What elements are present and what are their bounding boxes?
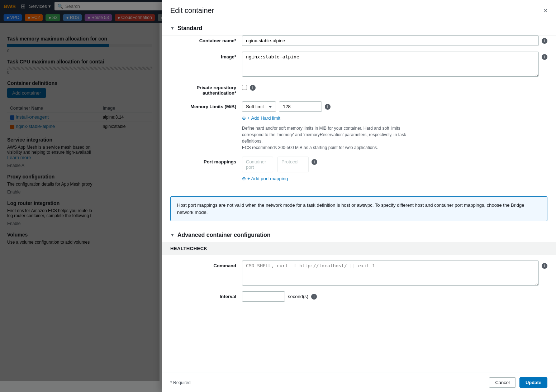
- port-inputs: Container port Protocol: [242, 157, 309, 172]
- container-name-info-icon[interactable]: i: [542, 38, 547, 44]
- port-mappings-info-icon[interactable]: i: [312, 159, 317, 165]
- port-mappings-row: Port mappings Container port Protocol i …: [170, 157, 547, 181]
- container-name-row: Container name* i: [170, 35, 547, 46]
- modal-title: Edit container: [170, 6, 214, 15]
- memory-select-wrap: Soft limit Hard limit: [242, 101, 322, 112]
- interval-label: Interval: [170, 291, 242, 299]
- advanced-section-header[interactable]: ▼ Advanced container configuration: [162, 227, 556, 242]
- image-info-icon[interactable]: i: [542, 54, 547, 60]
- modal-header: Edit container ×: [162, 0, 556, 20]
- image-label: Image*: [170, 52, 242, 59]
- standard-section-title: Standard: [177, 25, 202, 32]
- plus-icon: ⊕: [242, 115, 246, 121]
- port-mappings-control: Container port Protocol i ⊕ + Add port m…: [242, 157, 547, 181]
- command-label: Command: [170, 260, 242, 268]
- advanced-section-title: Advanced container configuration: [177, 232, 271, 238]
- memory-limits-label: Memory Limits (MiB): [170, 101, 242, 109]
- container-name-control: i: [242, 35, 547, 46]
- image-input[interactable]: nginx:stable-alpine: [242, 52, 539, 77]
- add-port-mapping-label: + Add port mapping: [247, 176, 288, 181]
- add-hard-limit-label: + Add Hard limit: [247, 115, 280, 121]
- image-control: nginx:stable-alpine i: [242, 52, 547, 77]
- memory-value-input[interactable]: [279, 101, 322, 112]
- private-repo-label: Private repository authentication*: [170, 82, 242, 96]
- footer-actions: Cancel Update: [489, 377, 547, 388]
- interval-control: second(s) i: [242, 291, 547, 302]
- modal-body: ▼ Standard Container name* i Image*: [162, 20, 556, 373]
- memory-limits-row: Memory Limits (MiB) Soft limit Hard limi…: [170, 101, 547, 151]
- interval-wrap: second(s): [242, 291, 308, 302]
- modal-footer: * Required Cancel Update: [162, 373, 556, 392]
- private-repo-checkbox[interactable]: [242, 85, 247, 90]
- command-input[interactable]: [242, 260, 539, 286]
- close-button[interactable]: ×: [543, 8, 547, 14]
- command-info-icon[interactable]: i: [542, 263, 547, 269]
- chevron-down-icon: ▼: [170, 233, 175, 238]
- required-note: * Required: [170, 380, 191, 385]
- alert-text: Host port mappings are not valid when th…: [177, 202, 524, 215]
- interval-info-icon[interactable]: i: [311, 294, 317, 300]
- interval-row: Interval second(s) i: [170, 291, 547, 302]
- memory-help-text: Define hard and/or soft memory limits in…: [242, 125, 547, 151]
- container-name-input[interactable]: [242, 35, 539, 46]
- standard-section-header[interactable]: ▼ Standard: [162, 20, 556, 35]
- chevron-down-icon: ▼: [170, 26, 175, 31]
- healthcheck-header: HEALTHCHECK: [162, 242, 556, 255]
- command-row: Command i: [170, 260, 547, 286]
- memory-info-icon[interactable]: i: [325, 104, 331, 110]
- private-repo-row: Private repository authentication* i: [170, 82, 547, 96]
- private-repo-control: i: [242, 82, 547, 91]
- standard-section-body: Container name* i Image* nginx:stable-al…: [162, 35, 556, 193]
- container-name-label: Container name*: [170, 35, 242, 43]
- plus-icon: ⊕: [242, 176, 246, 181]
- cancel-button[interactable]: Cancel: [489, 377, 515, 388]
- healthcheck-body: Command i Interval second(s): [162, 255, 556, 313]
- interval-input[interactable]: [242, 291, 285, 302]
- protocol-placeholder: Protocol: [277, 157, 309, 172]
- add-port-mapping-link[interactable]: ⊕ + Add port mapping: [242, 176, 547, 181]
- edit-container-modal: Edit container × ▼ Standard Container na…: [162, 0, 556, 392]
- command-control: i: [242, 260, 547, 286]
- container-port-placeholder: Container port: [242, 157, 273, 172]
- port-mappings-label: Port mappings: [170, 157, 242, 164]
- memory-limits-control: Soft limit Hard limit i ⊕ + Add Hard lim…: [242, 101, 547, 151]
- private-repo-info-icon[interactable]: i: [250, 85, 256, 91]
- memory-limit-select[interactable]: Soft limit Hard limit: [242, 101, 276, 112]
- interval-unit: second(s): [288, 294, 308, 299]
- add-hard-limit-link[interactable]: ⊕ + Add Hard limit: [242, 115, 547, 121]
- update-button[interactable]: Update: [519, 377, 547, 388]
- image-row: Image* nginx:stable-alpine i: [170, 52, 547, 77]
- alert-info-box: Host port mappings are not valid when th…: [170, 196, 547, 221]
